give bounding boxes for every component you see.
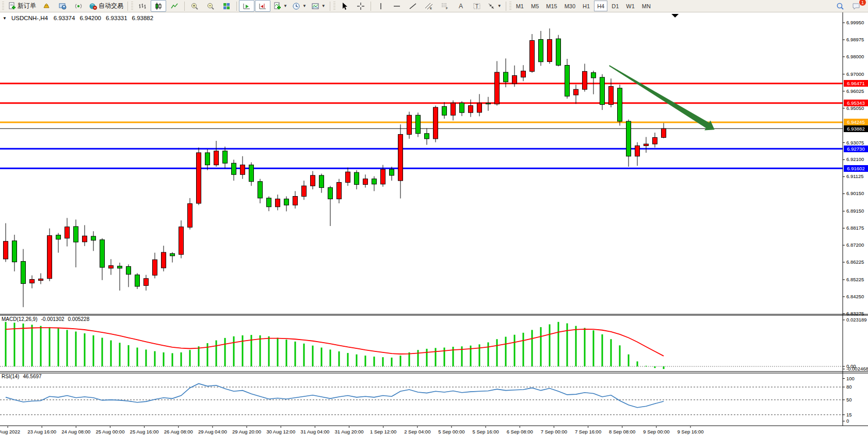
zoom-in-icon (190, 2, 199, 10)
auto-scroll-button[interactable] (239, 0, 254, 12)
line-chart-button[interactable] (167, 0, 182, 12)
toolbar-grip[interactable] (333, 2, 335, 11)
bar-chart-button[interactable] (135, 0, 150, 12)
zoom-out-button[interactable] (203, 0, 218, 12)
data-window-button[interactable] (55, 0, 70, 12)
candlestick-chart-button[interactable] (151, 0, 166, 12)
market-watch-button[interactable] (39, 0, 54, 12)
svg-text:A: A (459, 3, 463, 10)
crosshair-button[interactable] (353, 0, 368, 12)
toolbar-grip[interactable] (2, 2, 4, 11)
terminal-icon (58, 2, 67, 10)
timeframe-button-mn[interactable]: MN (639, 1, 654, 11)
auto-trading-label: 自动交易 (99, 2, 123, 10)
indicators-button[interactable]: ▼ (271, 0, 290, 12)
auto-scroll-icon (243, 2, 251, 10)
timeframe-button-d1[interactable]: D1 (608, 1, 622, 11)
quote-open: 6.93374 (54, 15, 75, 21)
separator (330, 2, 330, 11)
chart-shift-button[interactable] (255, 0, 270, 12)
cursor-button[interactable] (337, 0, 352, 12)
trendline-button[interactable] (405, 0, 421, 12)
timeframe-button-m5[interactable]: M5 (528, 1, 542, 11)
zoom-out-icon (206, 2, 215, 10)
templates-button[interactable]: ▼ (309, 0, 328, 12)
text-button[interactable]: A (453, 0, 469, 12)
chart-canvas[interactable] (0, 12, 868, 435)
timeframe-button-m30[interactable]: M30 (561, 1, 578, 11)
svg-text:T: T (475, 4, 478, 9)
timeframe-button-m1[interactable]: M1 (513, 1, 527, 11)
signal-icon (74, 2, 83, 10)
vertical-line-icon (377, 2, 385, 10)
new-order-label: 新订单 (18, 2, 36, 10)
quote-low: 6.93331 (106, 15, 127, 21)
trendline-icon (409, 2, 417, 10)
zoom-in-button[interactable] (187, 0, 202, 12)
candlestick-icon (154, 2, 163, 10)
rsi-value: 46.5697 (23, 374, 41, 379)
chart-title-row: ▼ USDCNH-,H4 6.93374 6.94200 6.93331 6.9… (3, 15, 153, 21)
fibonacci-button[interactable]: F (437, 0, 453, 12)
text-label-icon: T (473, 2, 481, 10)
new-order-icon (8, 2, 16, 10)
mt4-window: { "toolbar": { "new_order_label": "新订单",… (0, 0, 868, 435)
new-order-button[interactable]: 新订单 (6, 0, 38, 12)
bar-chart-icon (138, 2, 147, 10)
horizontal-line-button[interactable] (389, 0, 405, 12)
timeframe-button-h1[interactable]: H1 (580, 1, 593, 11)
chevron-down-icon: ▼ (497, 4, 502, 8)
horizontal-line-icon (393, 2, 401, 10)
main-toolbar: 新订单 自动交易 ▼ ▼ (0, 0, 868, 12)
toolbar-grip[interactable] (131, 2, 133, 11)
chevron-down-icon: ▼ (302, 4, 307, 8)
timeframe-group: M1M5M15M30H1H4D1W1MN (513, 1, 654, 11)
fibonacci-icon: F (441, 2, 449, 10)
arrows-icon (487, 2, 495, 10)
search-icon (836, 2, 844, 10)
separator (184, 2, 185, 11)
rsi-label: RSI(14) (2, 374, 19, 379)
notifications-button[interactable]: 1 (848, 0, 864, 12)
vertical-line-button[interactable] (373, 0, 389, 12)
arrows-button[interactable]: ▼ (485, 0, 504, 12)
macd-label: MACD(12,26,9) (2, 316, 37, 322)
search-button[interactable] (832, 0, 848, 12)
svg-text:E: E (430, 7, 432, 10)
separator (371, 2, 371, 11)
auto-trading-button[interactable]: 自动交易 (87, 0, 125, 12)
tile-windows-button[interactable] (219, 0, 234, 12)
chevron-down-icon: ▼ (322, 4, 326, 8)
notification-badge: 1 (859, 0, 866, 6)
crosshair-icon (357, 2, 365, 10)
svg-text:F: F (446, 7, 448, 10)
timeframe-button-w1[interactable]: W1 (623, 1, 638, 11)
text-label-button[interactable]: T (469, 0, 485, 12)
quote-high: 6.94200 (79, 15, 101, 21)
channel-icon: E (425, 2, 433, 10)
chart-shift-icon (259, 2, 267, 10)
separator (236, 2, 237, 11)
template-icon (311, 2, 319, 10)
macd-value: -0.001302 (41, 316, 64, 322)
cursor-icon (341, 2, 349, 10)
quote-close: 6.93882 (132, 15, 154, 21)
chart-symbol-title: USDCNH-,H4 (11, 15, 48, 21)
chevron-down-icon[interactable]: ▼ (3, 16, 7, 21)
separator (127, 2, 128, 11)
line-chart-icon (170, 2, 179, 10)
tile-windows-icon (222, 2, 231, 10)
channel-button[interactable]: E (421, 0, 437, 12)
timeframe-button-m15[interactable]: M15 (543, 1, 560, 11)
periods-button[interactable]: ▼ (290, 0, 309, 12)
toolbar-grip[interactable] (509, 2, 511, 11)
clock-icon (292, 2, 300, 10)
text-icon: A (457, 2, 465, 10)
rsi-label-row: RSI(14) 46.5697 (2, 374, 42, 379)
chevron-down-icon: ▼ (283, 4, 287, 8)
timeframe-button-h4[interactable]: H4 (594, 1, 607, 11)
separator (506, 2, 506, 11)
macd-label-row: MACD(12,26,9) -0.001302 0.005228 (2, 316, 89, 322)
signals-button[interactable] (71, 0, 86, 12)
macd-signal-value: 0.005228 (68, 316, 90, 322)
